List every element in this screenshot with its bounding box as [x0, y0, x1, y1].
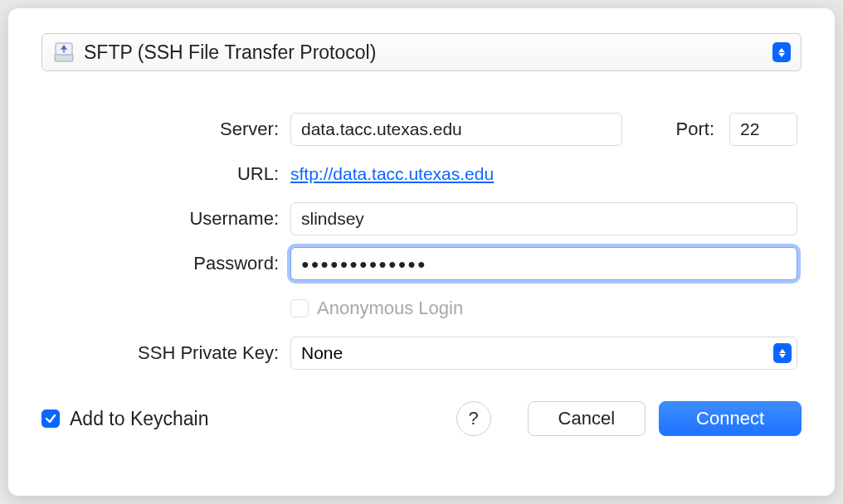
ssh-key-value: None [301, 343, 343, 363]
svg-point-2 [63, 51, 65, 52]
connection-dialog: SFTP (SSH File Transfer Protocol) Server… [8, 8, 835, 496]
port-input[interactable] [729, 113, 797, 146]
bottom-row: Add to Keychain ? Cancel Connect [41, 401, 802, 436]
anonymous-row: Anonymous Login [100, 292, 797, 325]
password-row: Password: ●●●●●●●●●●●●● [100, 247, 797, 280]
port-label: Port: [676, 119, 714, 140]
cancel-button[interactable]: Cancel [528, 401, 646, 436]
protocol-dropdown[interactable]: SFTP (SSH File Transfer Protocol) [41, 33, 802, 71]
form-area: Server: Port: URL: sftp://data.tacc.utex… [41, 113, 802, 370]
ssh-key-row: SSH Private Key: None [100, 337, 797, 370]
ssh-key-select[interactable]: None [290, 337, 797, 370]
url-row: URL: sftp://data.tacc.utexas.edu [100, 158, 797, 191]
url-label: URL: [100, 163, 290, 185]
username-input[interactable] [290, 202, 797, 235]
disk-icon [52, 41, 76, 64]
password-input[interactable]: ●●●●●●●●●●●●● [290, 247, 797, 280]
server-input[interactable] [290, 113, 622, 146]
anonymous-checkbox [290, 299, 309, 317]
question-icon: ? [468, 408, 478, 429]
keychain-wrap[interactable]: Add to Keychain [41, 408, 209, 430]
updown-icon [772, 42, 791, 62]
keychain-label: Add to Keychain [70, 408, 209, 430]
username-row: Username: [100, 202, 797, 235]
ssh-key-label: SSH Private Key: [100, 342, 290, 364]
username-label: Username: [100, 208, 290, 230]
password-label: Password: [100, 253, 290, 274]
anonymous-checkbox-wrap: Anonymous Login [290, 298, 463, 319]
url-link[interactable]: sftp://data.tacc.utexas.edu [290, 164, 494, 184]
server-label: Server: [100, 119, 290, 140]
updown-icon [773, 343, 792, 363]
keychain-checkbox[interactable] [41, 410, 60, 428]
password-mask: ●●●●●●●●●●●●● [301, 257, 427, 271]
protocol-label: SFTP (SSH File Transfer Protocol) [84, 41, 772, 64]
help-button[interactable]: ? [456, 401, 491, 436]
connect-button[interactable]: Connect [659, 401, 802, 436]
anonymous-label: Anonymous Login [317, 298, 463, 319]
server-row: Server: Port: [100, 113, 797, 146]
